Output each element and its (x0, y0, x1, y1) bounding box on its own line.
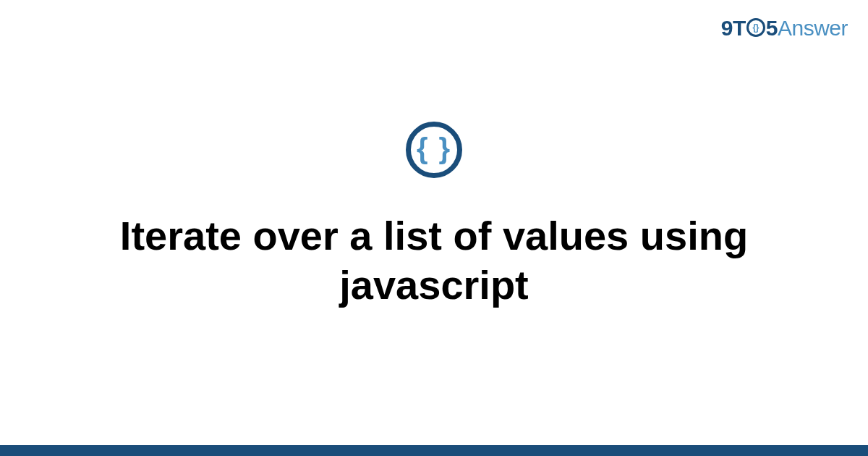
page-title: Iterate over a list of values using java… (72, 211, 796, 308)
code-braces-icon: { } (406, 122, 462, 178)
footer-bar (0, 445, 868, 456)
braces-glyph: { } (417, 134, 451, 163)
main-content: { } Iterate over a list of values using … (0, 0, 868, 445)
